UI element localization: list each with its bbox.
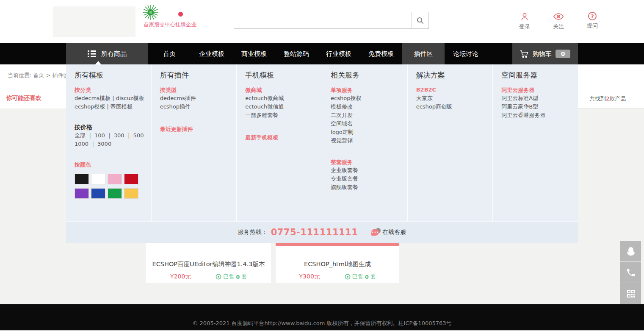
menu-column-servers: 空间服务器 阿里云服务器 阿里云标准A型 阿里云豪华B型 阿里云香港服务器 xyxy=(493,64,578,221)
color-swatch[interactable] xyxy=(91,188,105,199)
eye-icon xyxy=(553,12,564,21)
price-filter-link[interactable]: 1000 ｜ 3000 xyxy=(75,140,147,148)
menu-link[interactable]: 大京东 xyxy=(416,94,489,103)
menu-link[interactable]: logo定制 xyxy=(331,128,403,136)
color-swatch[interactable] xyxy=(124,174,138,184)
header-actions: 登录 关注 ? 提问 xyxy=(513,12,604,31)
group-heading-full-services: 整套服务 xyxy=(331,159,403,166)
column-title: 相关服务 xyxy=(331,70,403,81)
menu-link[interactable]: dedecms模板 | discuz模板 xyxy=(75,94,147,103)
login-button[interactable]: 登录 xyxy=(513,12,536,31)
search-button[interactable] xyxy=(412,12,429,29)
product-sold: 已售 0 套 xyxy=(345,273,376,281)
search-icon xyxy=(416,17,424,25)
ask-button[interactable]: ? 提问 xyxy=(581,12,604,31)
nav-item-home[interactable]: 首页 xyxy=(148,43,191,64)
menu-link[interactable]: 专业版套餐 xyxy=(331,175,403,183)
column-title: 所有模板 xyxy=(75,70,147,81)
card-highlight-bar xyxy=(276,243,399,246)
product-title[interactable]: ECSHOP百度UEditor编辑神器1.4.3版本 xyxy=(146,260,271,268)
menu-column-templates: 所有模板 按分类 dedecms模板 | discuz模板 ecshop模板 |… xyxy=(66,64,152,221)
hotline-number: 0775-111111111 xyxy=(271,227,358,237)
brand-badge: 首家股交中心挂牌企业 xyxy=(143,3,202,30)
nav-item-full-site-source[interactable]: 整站源码 xyxy=(275,43,318,64)
cart-button[interactable]: 购物车 0 xyxy=(512,43,578,64)
price-filter-link[interactable]: 全部 ｜ 100 ｜ 300 ｜ 500 xyxy=(75,131,147,140)
menu-link[interactable]: ectouch微信通 xyxy=(245,103,318,111)
group-heading-micro-mall: 微商城 xyxy=(245,86,318,94)
menu-link[interactable]: ecshop授权 xyxy=(331,94,403,103)
question-icon: ? xyxy=(588,12,597,20)
latest-mobile-templates-link[interactable]: 最新手机模板 xyxy=(245,134,318,142)
search-input[interactable] xyxy=(234,12,412,29)
nav-items: 首页 企业模板 商业模板 整站源码 行业模板 免费模板 插件区 论坛讨论 xyxy=(148,43,487,64)
nav-item-business-templates[interactable]: 商业模板 xyxy=(233,43,275,64)
product-card[interactable]: ECSHOP百度UEditor编辑神器1.4.3版本 ¥200元 已售 0 套 xyxy=(146,243,271,283)
nav-item-plugins[interactable]: 插件区 xyxy=(402,43,445,64)
menu-link[interactable]: 空间域名 xyxy=(331,120,403,128)
product-sold: 已售 0 套 xyxy=(216,273,247,281)
page-header: 首家股交中心挂牌企业 登录 关注 ? 提问 xyxy=(0,0,644,43)
nav-item-industry-templates[interactable]: 行业模板 xyxy=(318,43,360,64)
column-title: 空间服务器 xyxy=(501,70,574,81)
color-swatch[interactable] xyxy=(108,174,122,184)
follow-button[interactable]: 关注 xyxy=(547,12,570,31)
product-card[interactable]: ECSHOP_html地图生成 ¥300元 已售 0 套 xyxy=(276,243,399,283)
menu-column-solutions: 解决方案 B2B2C 大京东 ecshop商创版 xyxy=(408,64,493,221)
maybe-like-heading: 你可能还喜欢 xyxy=(6,95,41,102)
color-swatch[interactable] xyxy=(91,174,105,184)
menu-link[interactable]: ectouch微商城 xyxy=(245,94,318,103)
nav-item-enterprise-templates[interactable]: 企业模板 xyxy=(191,43,233,64)
product-meta: ¥200元 已售 0 套 xyxy=(146,273,271,281)
menu-link[interactable]: 阿里云豪华B型 xyxy=(501,103,574,111)
recent-plugins-link[interactable]: 最近更新插件 xyxy=(160,125,232,133)
breadcrumb: 当前位置: 首页 > 插件区 xyxy=(8,72,69,79)
product-meta: ¥300元 已售 0 套 xyxy=(276,273,399,281)
starburst-icon xyxy=(143,4,159,20)
breadcrumb-home-link[interactable]: 首页 xyxy=(33,72,44,78)
all-products-button[interactable]: 所有商品 xyxy=(66,43,148,64)
cart-label: 购物车 xyxy=(533,50,552,58)
menu-link[interactable]: 旗舰版套餐 xyxy=(331,183,403,192)
color-swatch[interactable] xyxy=(124,188,138,199)
qq-contact-button[interactable] xyxy=(620,241,641,261)
menu-link[interactable]: 企业版套餐 xyxy=(331,166,403,175)
group-heading-single-services: 单项服务 xyxy=(331,86,403,94)
site-logo[interactable] xyxy=(53,6,135,37)
menu-link[interactable]: ecshop商创版 xyxy=(416,103,489,111)
menu-link[interactable]: dedecms插件 xyxy=(160,94,232,103)
color-swatch[interactable] xyxy=(75,188,89,199)
column-title: 解决方案 xyxy=(416,70,489,81)
service-hotline-bar: 服务热线： 0775-111111111 ••• 在线客服 xyxy=(66,221,578,243)
sold-icon xyxy=(345,274,351,280)
color-swatch[interactable] xyxy=(75,174,89,184)
qrcode-button[interactable] xyxy=(620,283,641,304)
menu-link[interactable]: 二次开发 xyxy=(331,111,403,120)
menu-link[interactable]: 模板修改 xyxy=(331,103,403,111)
product-title[interactable]: ECSHOP_html地图生成 xyxy=(276,260,399,268)
menu-pointer xyxy=(95,61,101,64)
menu-link[interactable]: 视觉营销 xyxy=(331,136,403,145)
menu-link[interactable]: 阿里云香港服务器 xyxy=(501,111,574,120)
group-heading-b2b2c: B2B2C xyxy=(416,86,489,94)
online-support-button[interactable]: ••• 在线客服 xyxy=(371,228,406,236)
menu-link[interactable]: ecshop模板 | 帝国模板 xyxy=(75,103,147,111)
color-swatch[interactable] xyxy=(108,188,122,199)
menu-link[interactable]: 阿里云标准A型 xyxy=(501,94,574,103)
breadcrumb-prefix: 当前位置: xyxy=(8,72,31,78)
phone-contact-button[interactable] xyxy=(620,262,641,283)
menu-link[interactable]: 一箭多雕套餐 xyxy=(245,111,318,120)
cart-icon xyxy=(520,50,529,58)
nav-item-free-templates[interactable]: 免费模板 xyxy=(360,43,402,64)
nav-item-forum[interactable]: 论坛讨论 xyxy=(445,43,487,64)
column-title: 手机模板 xyxy=(245,70,318,81)
menu-link[interactable]: ecshop插件 xyxy=(160,103,232,111)
hotline-label: 服务热线： xyxy=(238,228,268,236)
menu-column-mobile-templates: 手机模板 微商城 ectouch微商城 ectouch微信通 一箭多雕套餐 最新… xyxy=(237,64,322,221)
column-title: 所有插件 xyxy=(160,70,232,81)
mega-menu-columns: 所有模板 按分类 dedecms模板 | discuz模板 ecshop模板 |… xyxy=(66,64,578,221)
brand-dot-icon xyxy=(178,12,183,17)
search-bar xyxy=(234,12,429,29)
cart-count-badge: 0 xyxy=(556,50,571,58)
group-heading-aliyun: 阿里云服务器 xyxy=(501,86,574,94)
